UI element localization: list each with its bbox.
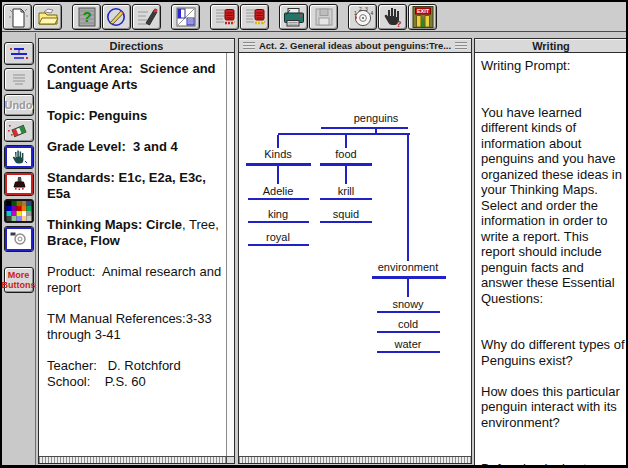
tree-map-canvas[interactable]: penguinsKindsAdeliekingroyalfoodkrillsqu… (239, 53, 471, 455)
template-stamp-1-button[interactable] (210, 4, 239, 30)
writing-paragraph: Why do different types of Penguins exist… (481, 337, 625, 368)
compass-draw-button[interactable] (102, 4, 131, 30)
more-buttons-label: More Buttons (2, 270, 36, 290)
tree-map-horizontal-scrollbar[interactable] (239, 456, 471, 463)
eraser-tool-button[interactable] (4, 119, 34, 142)
svg-text:1: 1 (354, 10, 357, 16)
timer-dial-button[interactable]: 1234 (348, 4, 377, 30)
directions-text: Topic: Penguins (47, 108, 147, 123)
tree-child-node[interactable]: king (243, 208, 314, 221)
svg-text:EXIT: EXIT (416, 8, 429, 14)
edit-pencil-icon (135, 6, 159, 28)
writing-paragraph: How does this particular penguin interac… (481, 384, 625, 431)
writing-panel: Writing Writing Prompt:You have learned … (474, 38, 628, 467)
tree-root-node[interactable]: penguins (331, 112, 421, 125)
tree-connector-line (277, 166, 279, 184)
directions-paragraph: Product: Animal research and report (47, 264, 223, 296)
directions-paragraph: Teacher: D. Rotchford School: P.S. 60 (47, 358, 223, 390)
help-hand-icon: ? (381, 6, 405, 28)
writing-paragraph (481, 368, 625, 384)
tree-category-node[interactable]: food (301, 148, 391, 161)
tree-child-node[interactable]: krill (315, 185, 377, 198)
writing-paragraph (481, 446, 625, 462)
app-window: ? (0, 0, 628, 468)
tree-child-line (377, 311, 440, 313)
tree-map-panel-header[interactable]: Act. 2. General ideas about penguins:Tre… (239, 39, 471, 53)
template-stamp-2-button[interactable] (240, 4, 269, 30)
align-lines-tool-button[interactable] (4, 68, 34, 91)
writing-paragraph: Writing Prompt: (481, 58, 625, 74)
directions-panel-header[interactable]: Directions (39, 39, 234, 53)
directions-paragraph: Standards: E1c, E2a, E3c, E5a (47, 170, 223, 202)
tree-map-tool-button[interactable] (4, 42, 34, 65)
tree-child-line (248, 221, 309, 223)
tree-connector-line (278, 133, 410, 135)
tree-child-node[interactable]: royal (243, 231, 314, 244)
directions-text: Product: Animal research and report (47, 264, 225, 295)
directions-vertical-scrollbar[interactable] (226, 53, 234, 456)
header-grip-left (243, 42, 255, 50)
writing-panel-header[interactable]: Writing (475, 39, 627, 53)
directions-text: Teacher: D. Rotchford School: P.S. 60 (47, 358, 181, 389)
eraser-tool-icon (7, 122, 31, 139)
svg-text:4: 4 (370, 10, 373, 16)
open-file-button[interactable] (33, 4, 62, 30)
tree-category-line (372, 276, 446, 279)
svg-text:?: ? (82, 8, 91, 25)
tree-connector-line (407, 279, 409, 297)
toolbar-group-layout (171, 4, 201, 30)
svg-text:3: 3 (365, 6, 368, 12)
toolbar-group-file (3, 4, 63, 30)
tree-child-node[interactable]: Adelie (243, 185, 314, 198)
tree-child-line (248, 198, 309, 200)
edit-pencil-button[interactable] (132, 4, 161, 30)
directions-horizontal-scrollbar[interactable] (39, 456, 234, 463)
snapshot-dial-button[interactable] (4, 226, 34, 252)
tree-child-line (320, 221, 372, 223)
more-buttons-button[interactable]: More Buttons (4, 267, 34, 293)
tree-connector-line (345, 166, 347, 184)
map-question-button[interactable]: ? (72, 4, 101, 30)
save-button[interactable] (309, 4, 338, 30)
tree-child-line (377, 351, 440, 353)
tree-child-node[interactable]: squid (315, 208, 377, 221)
toolbar-group-session: 1234 ? EXIT (348, 4, 438, 30)
directions-body[interactable]: Content Area: Science and Language ArtsT… (39, 53, 225, 455)
tree-child-node[interactable]: cold (372, 318, 445, 331)
tree-child-node[interactable]: water (372, 338, 445, 351)
toolbar: ? (2, 2, 626, 32)
new-document-button[interactable] (3, 4, 32, 30)
print-icon (282, 6, 306, 28)
directions-scroll-corner (226, 456, 234, 463)
map-question-icon: ? (75, 6, 99, 28)
directions-text: , Tree, (182, 217, 222, 232)
template-stamp-2-icon (243, 6, 267, 28)
tree-child-node[interactable]: snowy (372, 298, 445, 311)
directions-text: Grade Level: 3 and 4 (47, 139, 178, 154)
directions-text: Thinking Maps: Circle (47, 217, 182, 232)
exit-door-button[interactable]: EXIT (408, 4, 437, 30)
tree-child-line (377, 331, 440, 333)
exit-door-icon: EXIT (411, 6, 435, 28)
writing-body[interactable]: Writing Prompt:You have learned differen… (475, 53, 627, 466)
paint-brush-tool-button[interactable] (4, 172, 34, 196)
writing-panel-title: Writing (532, 40, 570, 52)
grab-hand-tool-button[interactable] (4, 145, 34, 169)
split-view-icon (174, 6, 198, 28)
split-view-button[interactable] (171, 4, 200, 30)
open-file-icon (36, 6, 60, 28)
tree-child-line (320, 198, 372, 200)
svg-text:?: ? (396, 19, 402, 28)
print-button[interactable] (279, 4, 308, 30)
color-palette-icon (6, 201, 32, 221)
directions-text: TM Manual References:3-33 through 3-41 (47, 311, 215, 342)
undo-button[interactable]: Undo (4, 94, 34, 116)
help-hand-button[interactable]: ? (378, 4, 407, 30)
color-palette-button[interactable] (4, 199, 34, 223)
compass-draw-icon (105, 6, 129, 28)
tree-connector-line (345, 135, 347, 148)
timer-dial-icon: 1234 (351, 6, 375, 28)
writing-paragraph: Before beginning to write, print out you… (481, 461, 625, 466)
directions-paragraph: Topic: Penguins (47, 108, 223, 124)
tree-category-node[interactable]: environment (363, 261, 453, 274)
